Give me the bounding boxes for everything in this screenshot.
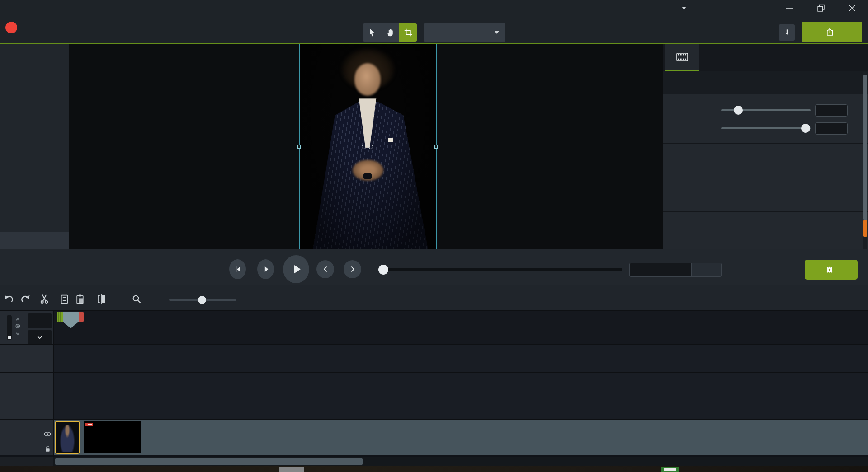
eye-icon [43,431,52,437]
empty-track-area[interactable] [53,372,868,419]
playhead-line [71,325,71,455]
play-icon [289,262,303,276]
cut-button[interactable] [38,293,51,305]
cursor-icon [367,28,377,37]
sidebar [0,44,69,249]
export-download-button[interactable] [779,24,795,41]
opacity-slider-knob[interactable] [801,124,810,133]
track-lock-toggle[interactable] [44,444,51,453]
chevron-down-icon [36,334,43,341]
canvas-video-media[interactable] [299,44,436,249]
properties-button[interactable] [805,260,858,280]
redo-button[interactable] [19,293,32,305]
undo-button[interactable] [3,293,15,305]
rotation-point-icon[interactable] [368,145,373,149]
resize-handle-left[interactable] [297,145,301,149]
play-button[interactable] [283,255,309,283]
scissors-icon [38,293,50,305]
paste-clipboard-icon [75,294,86,305]
canvas-zoom-dropdown[interactable] [424,23,505,42]
desktop-artifact [279,467,304,472]
desktop-artifact [661,467,679,472]
track-scroll-dot[interactable] [8,336,11,339]
step-frame-icon [261,265,270,274]
desktop-strip [0,466,868,472]
collapse-tracks-button[interactable] [28,330,52,345]
download-arrow-icon [783,28,792,37]
paste-button[interactable] [74,293,86,305]
opacity-value-input[interactable] [815,122,848,135]
scale-slider-knob[interactable] [734,106,743,115]
chevron-left-icon [321,265,330,273]
chevron-right-icon [349,265,357,273]
playhead-in-handle[interactable] [57,312,63,322]
timeline-hscrollbar-thumb[interactable] [55,458,363,465]
resize-handle-right[interactable] [434,145,438,149]
timeline-zoom-slider-knob[interactable] [198,296,206,304]
crop-tool-button[interactable] [399,23,417,42]
selected-clip-thumbnail[interactable] [55,421,80,454]
media-properties-tab[interactable] [665,44,699,70]
timeline-ruler[interactable] [53,310,868,344]
opacity-slider[interactable] [721,127,811,129]
time-display [629,263,722,277]
pan-tool-button[interactable] [381,23,399,42]
empty-track-area[interactable] [53,344,868,372]
redo-icon [19,293,31,305]
copy-button[interactable] [58,293,71,305]
previous-frame-button[interactable] [229,259,246,279]
track-visibility-toggle[interactable] [43,431,52,437]
step-forward-button[interactable] [257,259,274,279]
gear-icon [825,265,834,274]
playhead-out-handle[interactable] [79,312,84,322]
close-button[interactable] [842,0,863,16]
jump-forward-button[interactable] [344,260,361,278]
filmstrip-icon [676,52,689,62]
account-menu[interactable] [678,0,686,16]
record-dot-icon [5,22,17,33]
split-icon [95,293,107,305]
copy-document-icon [59,294,70,305]
audio-waveform [53,420,868,455]
undo-icon [3,293,15,305]
panel-scrollbar-thumb[interactable] [863,75,867,220]
select-tool-button[interactable] [363,23,381,42]
minimize-button[interactable] [779,0,800,16]
prev-frame-icon [233,265,242,274]
crop-icon [403,28,413,37]
track-height-zoom-control[interactable] [14,318,21,336]
seek-slider-knob[interactable] [378,265,388,275]
chevron-down-icon [495,31,499,34]
magnifier-icon [131,294,142,304]
media-filename [663,71,868,94]
add-track-button[interactable] [28,313,52,328]
lock-icon [44,444,51,453]
share-icon [825,27,835,37]
chevron-down-icon [682,7,686,9]
jump-back-button[interactable] [316,260,334,278]
panel-scrollbar-marker [863,220,867,237]
panel-divider [663,143,868,144]
framerate-display [691,263,721,276]
anchor-point-icon[interactable] [362,145,366,149]
record-button[interactable] [5,22,23,33]
restore-button[interactable] [811,0,831,16]
sidebar-more-button[interactable] [0,232,69,249]
share-button[interactable] [802,22,862,42]
split-button[interactable] [95,293,108,305]
clip-video-thumbnail [84,421,141,453]
panel-divider [663,211,868,212]
timeline-zoom-icon [130,293,143,305]
video-logo-badge [85,423,93,426]
hand-icon [385,28,395,37]
scale-value-input[interactable] [815,104,848,117]
media-clip[interactable] [53,420,868,455]
window-title [253,0,615,16]
seek-slider[interactable] [388,268,622,271]
gutter-divider [53,310,54,466]
playback-bar [0,249,868,285]
